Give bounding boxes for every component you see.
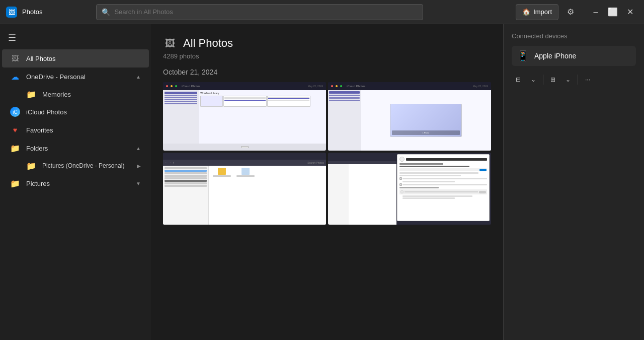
more-icon: ···	[585, 76, 590, 83]
all-photos-icon: 🖼	[10, 53, 20, 63]
sidebar-label-memories: Memories	[42, 91, 71, 98]
chevron-up-icon: ▲	[136, 74, 141, 80]
device-name: Apple iPhone	[534, 52, 576, 60]
photo-thumbnail-2[interactable]: iCloud Photos May 23, 2024	[328, 82, 491, 151]
sidebar-item-all-photos[interactable]: 🖼 All Photos	[2, 49, 149, 67]
sidebar-label-pictures-onedrive: Pictures (OneDrive - Personal)	[42, 162, 124, 169]
device-item-iphone: 📱 Apple iPhone	[512, 46, 636, 66]
close-button[interactable]: ✕	[622, 4, 638, 20]
chevron-down-icon: ⌄	[531, 76, 536, 83]
import-button[interactable]: 🏠 Import	[516, 4, 558, 20]
onedrive-icon: ☁	[10, 72, 20, 82]
sidebar-label-all-photos: All Photos	[26, 55, 56, 62]
sidebar: ☰ 🖼 All Photos ☁ OneDrive - Personal ▲ 📁…	[0, 24, 151, 340]
date-heading: October 21, 2024	[163, 68, 491, 76]
sidebar-item-favorites[interactable]: ♥ Favorites	[2, 121, 149, 139]
svg-text:🖼: 🖼	[9, 9, 15, 16]
page-title: All Photos	[183, 37, 233, 50]
right-panel: Connected devices 📱 Apple iPhone ⊟ ⌄ ⊞ ⌄	[503, 24, 644, 340]
photo-thumbnail-1[interactable]: iCloud Photos May 22, 2024	[163, 82, 326, 151]
hamburger-button[interactable]: ☰	[0, 28, 151, 47]
sidebar-item-pictures-onedrive[interactable]: 📁 Pictures (OneDrive - Personal) ▶	[2, 157, 149, 174]
photos-grid: iCloud Photos May 22, 2024	[163, 82, 491, 225]
toolbar-separator-2	[578, 75, 578, 85]
photos-header: 🖼 All Photos	[163, 36, 491, 50]
sidebar-item-icloud-photos[interactable]: iC iCloud Photos	[2, 103, 149, 121]
filter-icon: ⊟	[516, 76, 521, 83]
photo-thumbnail-4[interactable]	[328, 153, 491, 225]
sidebar-item-onedrive-personal[interactable]: ☁ OneDrive - Personal ▲	[2, 67, 149, 86]
titlebar-actions: 🏠 Import ⚙	[516, 4, 579, 20]
chevron-up-icon-2: ▲	[136, 146, 141, 151]
photos-main: 🖼 All Photos 4289 photos October 21, 202…	[151, 24, 503, 340]
settings-button[interactable]: ⚙	[562, 4, 579, 20]
sidebar-item-folders[interactable]: 📁 Folders ▲	[2, 139, 149, 157]
sidebar-label-folders: Folders	[26, 145, 48, 152]
sidebar-label-onedrive: OneDrive - Personal	[26, 73, 86, 81]
window-controls: – ⬜ ✕	[588, 4, 638, 20]
sidebar-label-favorites: Favorites	[26, 126, 53, 134]
view-button[interactable]: ⊞	[546, 74, 559, 85]
folders-icon: 📁	[10, 143, 20, 153]
connected-devices-header: Connected devices	[512, 32, 636, 40]
memories-icon: 📁	[26, 89, 36, 99]
search-icon: 🔍	[102, 8, 110, 16]
chevron-down-icon-2: ⌄	[566, 76, 571, 83]
titlebar: 🖼 Photos 🔍 🏠 Import ⚙ – ⬜ ✕	[0, 0, 644, 24]
chevron-expand-icon: ▶	[137, 163, 141, 169]
maximize-button[interactable]: ⬜	[605, 4, 621, 20]
main-layout: ☰ 🖼 All Photos ☁ OneDrive - Personal ▲ 📁…	[0, 24, 644, 340]
device-toolbar: ⊟ ⌄ ⊞ ⌄ ···	[512, 74, 636, 85]
photos-title-icon: 🖼	[163, 36, 177, 50]
toolbar-separator	[543, 75, 543, 85]
pictures-onedrive-icon: 📁	[26, 161, 36, 171]
filter-dropdown-button[interactable]: ⌄	[527, 74, 540, 85]
import-icon: 🏠	[522, 8, 530, 16]
heart-icon: ♥	[10, 125, 20, 135]
grid-icon: ⊞	[550, 76, 555, 83]
more-button[interactable]: ···	[581, 74, 594, 85]
pictures-icon: 📁	[10, 178, 20, 188]
sidebar-label-icloud: iCloud Photos	[26, 108, 67, 116]
view-dropdown-button[interactable]: ⌄	[561, 74, 575, 85]
chevron-down-icon: ▼	[136, 181, 141, 186]
device-icon: 📱	[517, 50, 529, 62]
photo-thumbnail-3[interactable]: ← → ↑ Search Photos	[163, 153, 326, 225]
search-bar[interactable]: 🔍	[96, 4, 423, 20]
sidebar-item-pictures[interactable]: 📁 Pictures ▼	[2, 174, 149, 192]
sidebar-item-memories[interactable]: 📁 Memories	[2, 86, 149, 103]
filter-button[interactable]: ⊟	[512, 74, 525, 85]
content-area: 🖼 All Photos 4289 photos October 21, 202…	[151, 24, 644, 340]
sidebar-label-pictures: Pictures	[26, 180, 50, 187]
search-input[interactable]	[114, 8, 418, 16]
app-name: Photos	[22, 8, 42, 16]
minimize-button[interactable]: –	[588, 4, 604, 20]
photo-count: 4289 photos	[163, 52, 491, 60]
icloud-icon: iC	[10, 107, 20, 117]
app-icon: 🖼	[6, 7, 17, 18]
